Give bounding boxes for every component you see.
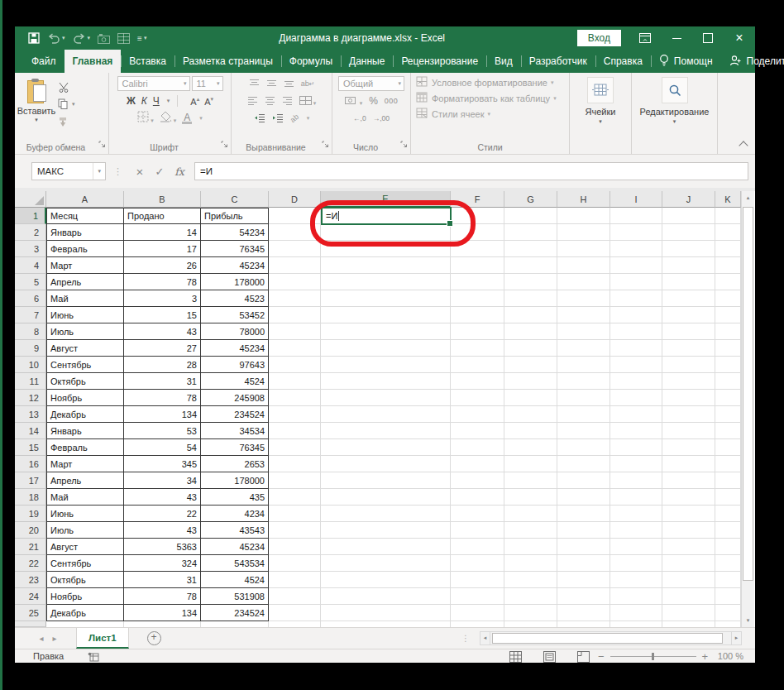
cell-C19[interactable]: 4234 (201, 506, 269, 522)
cell-D11[interactable] (269, 373, 321, 390)
row-header-4[interactable]: 4 (15, 257, 46, 274)
zoom-out-icon[interactable]: − (598, 650, 605, 663)
cell-H10[interactable] (557, 357, 610, 373)
cell-D10[interactable] (269, 357, 321, 373)
name-box[interactable]: МАКС ▾ (31, 162, 106, 180)
cell-J15[interactable] (662, 439, 715, 456)
cell-H22[interactable] (557, 555, 610, 572)
row-header-25[interactable]: 25 (15, 605, 46, 621)
cell-J21[interactable] (662, 539, 715, 555)
cell-J10[interactable] (662, 357, 715, 373)
cell-F4[interactable] (451, 257, 504, 274)
insert-function-icon[interactable]: fx (170, 165, 189, 178)
cell-F12[interactable] (451, 390, 504, 406)
cell-F8[interactable] (451, 323, 504, 340)
cell-G15[interactable] (504, 439, 557, 456)
cell-C7[interactable]: 53452 (201, 307, 269, 323)
cell-I7[interactable] (610, 307, 662, 323)
wrap-text-icon[interactable]: ab↵ (301, 79, 315, 88)
column-header-F[interactable]: F (451, 191, 504, 208)
cell-H5[interactable] (557, 274, 610, 290)
cell-F25[interactable] (451, 605, 504, 621)
increase-decimal-icon[interactable]: ←,0 (353, 114, 366, 122)
tab-1[interactable]: Главная (65, 50, 122, 73)
cell-K12[interactable] (715, 390, 741, 406)
conditional-formatting-button[interactable]: Условное форматирование▾ (416, 76, 569, 89)
cell-G23[interactable] (504, 572, 557, 588)
cell-A10[interactable]: Сентябрь (46, 357, 124, 373)
cell-D18[interactable] (269, 489, 321, 506)
maximize-icon[interactable] (692, 26, 724, 50)
cell-I6[interactable] (610, 290, 662, 307)
cell-A18[interactable]: Май (46, 489, 124, 506)
cell-D15[interactable] (269, 439, 321, 456)
cell-D9[interactable] (269, 340, 321, 357)
cell-B13[interactable]: 134 (124, 406, 201, 423)
cell-J22[interactable] (662, 555, 715, 572)
column-header-G[interactable]: G (504, 191, 557, 208)
name-box-dropdown-icon[interactable]: ▾ (93, 163, 105, 180)
cut-scissors-icon[interactable] (58, 80, 75, 93)
cell-B12[interactable]: 78 (124, 390, 201, 406)
cell-I15[interactable] (610, 439, 662, 456)
add-sheet-icon[interactable]: + (147, 631, 161, 645)
underline-dropdown-icon[interactable]: ▾ (167, 98, 170, 104)
cell-I4[interactable] (610, 257, 662, 274)
cell-C22[interactable]: 543534 (201, 555, 269, 572)
cell-B17[interactable]: 34 (124, 472, 201, 489)
cell-B24[interactable]: 78 (124, 588, 201, 605)
cell-D8[interactable] (269, 323, 321, 340)
ribbon-display-icon[interactable] (629, 26, 661, 50)
cell-K16[interactable] (715, 456, 741, 472)
cell-D3[interactable] (269, 241, 321, 257)
horizontal-scrollbar-thumb[interactable] (492, 633, 723, 644)
cell-G20[interactable] (504, 522, 557, 539)
italic-button[interactable]: К (141, 95, 147, 107)
fill-handle[interactable] (447, 220, 453, 227)
cell-G7[interactable] (504, 307, 557, 323)
cell-B11[interactable]: 31 (124, 373, 201, 390)
redo-icon[interactable]: ▾ (73, 33, 91, 44)
cell-H17[interactable] (557, 472, 610, 489)
cell-D13[interactable] (269, 406, 321, 423)
row-header-3[interactable]: 3 (15, 241, 46, 257)
cell-F24[interactable] (451, 588, 504, 605)
cell-E11[interactable] (321, 373, 451, 390)
row-header-22[interactable]: 22 (15, 555, 46, 572)
cell-G11[interactable] (504, 373, 557, 390)
increase-indent-icon[interactable] (272, 111, 284, 126)
cell-B1[interactable]: Продано (124, 208, 201, 224)
cell-H7[interactable] (557, 307, 610, 323)
macro-record-icon[interactable] (88, 652, 99, 664)
cell-F15[interactable] (451, 439, 504, 456)
cell-E6[interactable] (321, 290, 451, 307)
cell-G14[interactable] (504, 423, 557, 439)
row-header-9[interactable]: 9 (15, 340, 46, 357)
cell-J17[interactable] (662, 472, 715, 489)
cell-I16[interactable] (610, 456, 662, 472)
cell-F9[interactable] (451, 340, 504, 357)
tab-5[interactable]: Данные (341, 50, 393, 73)
tab-7[interactable]: Вид (486, 50, 521, 73)
minimize-icon[interactable] (661, 26, 692, 50)
cell-A12[interactable]: Ноябрь (46, 390, 124, 406)
cell-K4[interactable] (715, 257, 741, 274)
accounting-format-icon[interactable]: ▾ (345, 93, 363, 108)
cell-J2[interactable] (662, 224, 715, 241)
row-header-5[interactable]: 5 (15, 274, 46, 290)
cell-H20[interactable] (557, 522, 610, 539)
cell-D12[interactable] (269, 390, 321, 406)
cell-I26[interactable] (610, 621, 662, 627)
cell-K2[interactable] (715, 224, 741, 241)
cell-K26[interactable] (715, 621, 741, 627)
decrease-decimal-icon[interactable]: →,00 (373, 114, 390, 122)
cell-G21[interactable] (504, 539, 557, 555)
row-header-10[interactable]: 10 (15, 357, 46, 373)
cell-K5[interactable] (715, 274, 741, 290)
zoom-slider-thumb[interactable] (652, 653, 654, 660)
number-dialog-launcher-icon[interactable] (400, 137, 408, 151)
cell-E19[interactable] (321, 506, 451, 522)
cell-F21[interactable] (451, 539, 504, 555)
cell-H21[interactable] (557, 539, 610, 555)
cell-K14[interactable] (715, 423, 741, 439)
